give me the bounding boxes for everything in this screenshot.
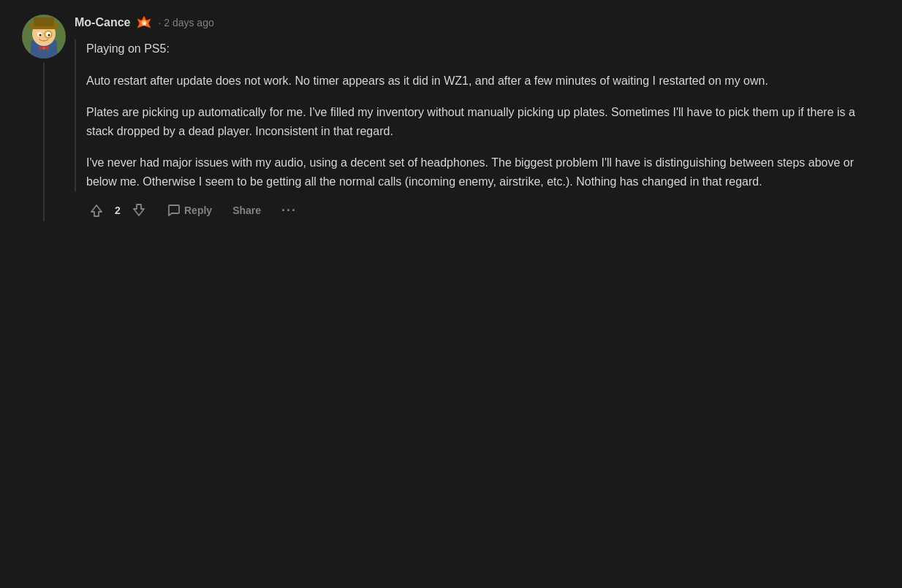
comment-paragraph-1: Playing on PS5: xyxy=(86,39,880,58)
thread-line xyxy=(43,63,45,221)
upvote-icon xyxy=(89,203,104,218)
comment-wrapper: Mo-Cance ★ · 2 days ago Playing on PS5: … xyxy=(22,15,880,221)
reply-label: Reply xyxy=(184,205,212,216)
upvote-button[interactable] xyxy=(85,200,108,221)
reply-button[interactable]: Reply xyxy=(162,200,216,221)
svg-point-7 xyxy=(39,34,42,37)
comment-actions: 2 Reply Share ··· xyxy=(75,200,880,221)
avatar xyxy=(22,15,66,58)
comment-paragraph-2: Auto restart after update does not work.… xyxy=(86,72,880,91)
svg-point-8 xyxy=(48,34,50,37)
more-options-button[interactable]: ··· xyxy=(277,200,301,221)
comment-container: Mo-Cance ★ · 2 days ago Playing on PS5: … xyxy=(0,0,902,236)
downvote-icon xyxy=(132,203,146,218)
comment-paragraph-3: Plates are picking up automatically for … xyxy=(86,103,880,140)
comment-header: Mo-Cance ★ · 2 days ago xyxy=(75,15,880,31)
vote-section: 2 xyxy=(85,200,151,221)
badge-icon: ★ xyxy=(136,15,152,31)
vote-count: 2 xyxy=(114,205,121,216)
downvote-button[interactable] xyxy=(127,200,151,221)
comment-body: Playing on PS5: Auto restart after updat… xyxy=(75,39,880,191)
right-column: Mo-Cance ★ · 2 days ago Playing on PS5: … xyxy=(75,15,880,221)
comment-paragraph-4: I've never had major issues with my audi… xyxy=(86,153,880,191)
left-column xyxy=(22,15,66,221)
timestamp: · 2 days ago xyxy=(158,17,213,28)
comment-icon xyxy=(167,203,181,218)
svg-text:★: ★ xyxy=(142,20,148,27)
share-button[interactable]: Share xyxy=(228,202,265,219)
svg-point-12 xyxy=(42,47,45,50)
username: Mo-Cance xyxy=(75,16,130,29)
svg-rect-4 xyxy=(34,18,54,26)
